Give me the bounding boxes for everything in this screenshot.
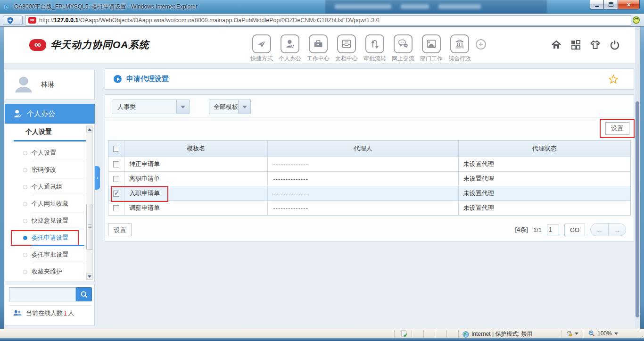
grid-icon[interactable]	[570, 39, 581, 50]
row-checkbox[interactable]	[113, 176, 119, 182]
go-button[interactable]: GO	[564, 224, 585, 236]
cell-status: 未设置代理	[459, 172, 630, 186]
script-status-icon	[401, 330, 407, 337]
online-users-icon	[13, 309, 22, 317]
zones-shield-button[interactable]	[3, 16, 23, 25]
chevron-down-icon	[238, 100, 250, 114]
set-button-bottom[interactable]: 设置	[108, 224, 132, 236]
sidebar-item-contact-groups[interactable]: 个人通讯组	[5, 178, 86, 195]
header-quick-icons	[551, 39, 620, 50]
close-button[interactable]: ×	[618, 0, 640, 9]
prev-page-arrow-icon[interactable]: ←	[591, 224, 608, 236]
set-button-top[interactable]: 设置	[605, 122, 629, 135]
col-header-agent: 代理人	[268, 141, 458, 157]
online-label: 当前在线人数	[26, 309, 63, 317]
bullet-icon	[23, 270, 27, 274]
status-bar: Internet | 保护模式: 禁用 100%	[0, 329, 644, 338]
nav-item-department-work[interactable]: 部门工作	[417, 34, 446, 63]
row-checkbox[interactable]	[113, 191, 119, 197]
page-scrollbar[interactable]	[635, 27, 640, 329]
category-dropdown[interactable]: 人事类	[113, 100, 190, 114]
scroll-down-button[interactable]	[86, 273, 92, 280]
scroll-up-button[interactable]	[86, 126, 92, 133]
divider	[105, 117, 634, 117]
nav-item-personal-office[interactable]: 个人办公	[276, 34, 304, 63]
table-row: 离职申请单 -------------- 未设置代理	[108, 171, 630, 186]
scrollbar-thumb[interactable]	[86, 204, 92, 250]
chevron-down-icon	[176, 100, 189, 114]
sidebar-item-delegate-request-settings[interactable]: 委托申请设置	[5, 229, 86, 246]
search-icon	[80, 291, 88, 299]
nav-item-work-center[interactable]: 工作中心	[304, 34, 332, 63]
bullet-icon	[23, 151, 27, 155]
power-icon[interactable]	[609, 39, 620, 50]
cell-agent: --------------	[268, 186, 458, 200]
cell-agent: --------------	[268, 172, 458, 186]
divider	[9, 305, 91, 306]
window-title: OA8000平台版_FPLMYSQL5--委托申请设置 - Windows In…	[14, 3, 198, 11]
set-button-highlight: 设置	[600, 119, 635, 138]
address-bar: ∞ http://127.0.0.1/OAapp/WebObjects/OAap…	[0, 14, 644, 27]
zoom-level: 100%	[597, 330, 612, 337]
main-panel: 人事类 全部模板 设置 模板名 代理人 代理状态	[105, 94, 634, 241]
page-title: 申请代理设置	[126, 75, 169, 83]
cell-status: 未设置代理	[459, 201, 630, 215]
favorite-star-icon[interactable]	[608, 74, 619, 84]
avatar	[13, 74, 34, 96]
template-dropdown-value: 全部模板	[209, 100, 238, 114]
resize-grip[interactable]	[642, 336, 643, 337]
cell-agent: --------------	[268, 201, 458, 215]
sidebar-collapse-tab[interactable]: ‹	[95, 166, 100, 190]
select-all-checkbox[interactable]	[113, 146, 119, 152]
uturn-arrows-icon	[365, 34, 384, 53]
minimize-button[interactable]	[590, 0, 604, 9]
row-checkbox[interactable]	[113, 205, 119, 211]
template-dropdown[interactable]: 全部模板	[209, 100, 251, 114]
sidebar-item-url-favorites[interactable]: 个人网址收藏	[5, 195, 86, 212]
tshirt-icon[interactable]	[589, 39, 601, 50]
user-name: 林琳	[41, 81, 54, 89]
cell-template-name: 入职申请单	[124, 186, 268, 200]
page-number-input[interactable]	[547, 225, 559, 235]
page-scrollbar-thumb[interactable]	[636, 101, 639, 317]
window-border-left	[0, 27, 4, 329]
sidebar-item-personal-settings[interactable]: 个人设置	[5, 144, 86, 161]
close-icon: ×	[627, 0, 630, 9]
row-checkbox[interactable]	[113, 161, 119, 167]
content-area: 林琳 个人办公 个人设置 个人设置 密码修改 个人通讯组 个人网址收藏 快捷意见…	[4, 63, 640, 329]
briefcase-icon	[309, 34, 328, 53]
window-border-bottom	[0, 338, 644, 341]
maximize-button[interactable]	[604, 0, 618, 9]
address-input[interactable]: ∞ http://127.0.0.1/OAapp/WebObjects/OAap…	[25, 15, 631, 25]
more-apps-button[interactable]: +	[476, 39, 486, 50]
person-white-icon	[13, 109, 22, 118]
bank-icon	[450, 34, 469, 53]
nav-item-online-chat[interactable]: 网上交流	[389, 34, 417, 63]
pagination: [4条] 1/1 GO ← →	[515, 223, 626, 237]
nav-item-administration[interactable]: 综合行政	[446, 34, 474, 63]
nav-item-approval-flow[interactable]: 审批流转	[361, 34, 389, 63]
nav-item-document-center[interactable]: 文档中心	[332, 34, 361, 63]
section-arrow-icon	[114, 75, 122, 83]
table-header-row: 模板名 代理人 代理状态	[108, 141, 630, 157]
refresh-button[interactable]	[632, 16, 640, 24]
sidebar-item-quick-opinions[interactable]: 快捷意见设置	[5, 212, 86, 229]
sidebar-item-delegate-approval-settings[interactable]: 委托审批设置	[5, 246, 86, 263]
compat-view-control[interactable]	[566, 330, 578, 337]
search-button[interactable]	[76, 287, 92, 301]
search-input[interactable]	[9, 287, 76, 301]
zoom-control[interactable]: 100%	[588, 330, 618, 337]
sidebar-item-favorites-maintenance[interactable]: 收藏夹维护	[5, 263, 86, 280]
app-logo: ∞ 华天动力协同OA系统	[29, 38, 149, 51]
browser-window: e OA8000平台版_FPLMYSQL5--委托申请设置 - Windows …	[0, 0, 644, 341]
sidebar-section-personal-office[interactable]: 个人办公	[5, 104, 95, 124]
home-icon[interactable]	[551, 39, 562, 50]
person-icon	[281, 34, 299, 53]
delegate-table: 模板名 代理人 代理状态 转正申请单 -------------- 未设置代理 …	[108, 140, 631, 216]
next-page-arrow-icon[interactable]: →	[608, 224, 626, 236]
sidebar-item-password-change[interactable]: 密码修改	[5, 161, 86, 178]
nav-item-shortcuts[interactable]: 快捷方式	[248, 34, 276, 63]
minimize-icon	[595, 6, 599, 7]
sidebar-scrollbar[interactable]	[86, 125, 93, 280]
cell-status: 未设置代理	[459, 157, 630, 171]
